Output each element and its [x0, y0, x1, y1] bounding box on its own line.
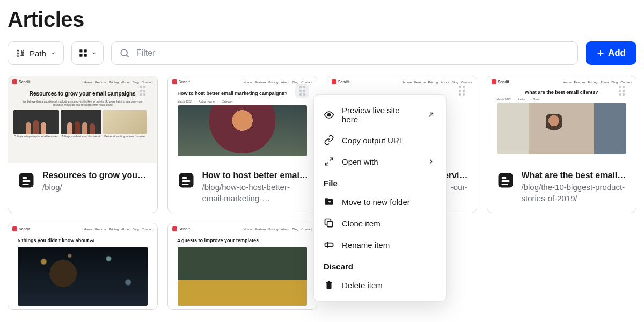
- card-thumbnail: Sendit HomeFeaturePricingAboutBlogContac…: [168, 223, 317, 309]
- menu-move-to-folder[interactable]: Move to new folder: [314, 191, 446, 213]
- svg-line-21: [429, 113, 433, 117]
- thumbnail-image: [178, 247, 308, 306]
- menu-rename-item[interactable]: Rename item: [314, 234, 446, 255]
- svg-rect-17: [501, 177, 506, 179]
- search-icon: [119, 48, 130, 58]
- svg-point-20: [328, 114, 331, 116]
- grid-icon: [78, 48, 88, 58]
- menu-copy-output-url[interactable]: Copy output URL: [314, 129, 446, 151]
- svg-rect-0: [79, 49, 82, 52]
- sort-az-icon: [16, 48, 25, 58]
- filter-input[interactable]: [136, 48, 570, 58]
- filter-field[interactable]: [111, 41, 578, 65]
- svg-rect-28: [328, 281, 331, 282]
- thumbnail-image: [497, 103, 627, 154]
- article-card[interactable]: Sendit HomeFeaturePricingAboutBlogContac…: [8, 76, 158, 213]
- chevron-down-icon: [50, 50, 56, 56]
- add-label: Add: [608, 48, 626, 58]
- menu-section-file: File: [314, 172, 446, 191]
- svg-rect-24: [327, 222, 333, 227]
- page-title: Articles: [8, 8, 636, 32]
- article-card[interactable]: Sendit HomeFeaturePricingAboutBlogContac…: [167, 76, 318, 213]
- svg-rect-2: [79, 54, 82, 57]
- svg-rect-18: [501, 180, 509, 182]
- thumbnail-image: [178, 105, 308, 156]
- plus-icon: [596, 49, 605, 57]
- thumbnail-image: [18, 247, 148, 306]
- document-icon: [496, 171, 515, 190]
- svg-rect-14: [182, 180, 190, 182]
- svg-rect-3: [84, 54, 86, 57]
- view-toggle[interactable]: [71, 41, 104, 65]
- svg-line-23: [325, 163, 328, 165]
- eye-icon: [324, 109, 334, 120]
- svg-point-4: [121, 49, 127, 56]
- clone-icon: [324, 218, 334, 229]
- context-menu: Preview live site here Copy output URL O…: [313, 94, 447, 302]
- svg-rect-27: [326, 282, 332, 283]
- svg-rect-9: [23, 177, 27, 179]
- rename-icon: [324, 239, 334, 250]
- drag-handle-icon[interactable]: [295, 84, 309, 98]
- menu-section-discard: Discard: [314, 255, 446, 274]
- card-thumbnail: Sendit HomeFeaturePricingAboutBlogContac…: [487, 76, 636, 163]
- menu-preview-live-site[interactable]: Preview live site here: [314, 100, 446, 129]
- card-path: /blog/how-to-host-better-email-marketing…: [202, 181, 309, 204]
- card-title: How to host better email…: [202, 171, 309, 180]
- svg-rect-10: [23, 180, 31, 182]
- menu-delete-item[interactable]: Delete item: [314, 274, 446, 296]
- sort-label: Path: [30, 49, 46, 58]
- svg-rect-13: [182, 177, 187, 179]
- card-path: /blog/the-10-biggest-product-stories-of-…: [522, 181, 628, 204]
- card-title: What are the best email …: [522, 171, 628, 180]
- chevron-down-icon: [91, 50, 97, 56]
- card-thumbnail: Sendit HomeFeaturePricingAboutBlogContac…: [8, 76, 157, 163]
- svg-line-5: [127, 55, 129, 57]
- toolbar: Path Add: [8, 41, 636, 65]
- chevron-right-icon: [426, 156, 436, 167]
- card-title: Resources to grow your e…: [42, 171, 149, 180]
- article-card[interactable]: Sendit HomeFeaturePricingAboutBlogContac…: [8, 223, 158, 310]
- svg-rect-11: [23, 184, 29, 185]
- svg-line-22: [330, 158, 333, 160]
- svg-rect-1: [84, 49, 86, 52]
- svg-rect-25: [325, 243, 333, 247]
- drag-handle-icon[interactable]: [136, 84, 150, 98]
- sort-dropdown[interactable]: Path: [8, 41, 64, 65]
- drag-handle-icon[interactable]: [614, 84, 628, 98]
- menu-clone-item[interactable]: Clone item: [314, 213, 446, 234]
- drag-handle-icon[interactable]: [455, 84, 469, 98]
- add-button[interactable]: Add: [586, 41, 636, 65]
- svg-rect-15: [182, 184, 188, 185]
- svg-rect-19: [501, 184, 508, 185]
- external-link-icon: [426, 109, 436, 120]
- link-icon: [324, 135, 334, 145]
- article-card[interactable]: Sendit HomeFeaturePricingAboutBlogContac…: [487, 76, 637, 213]
- document-icon: [17, 171, 36, 190]
- card-path: /blog/: [42, 181, 149, 193]
- article-card[interactable]: Sendit HomeFeaturePricingAboutBlogContac…: [167, 223, 318, 310]
- menu-open-with[interactable]: Open with: [314, 151, 446, 172]
- folder-move-icon: [324, 196, 334, 207]
- trash-icon: [324, 280, 334, 290]
- expand-icon: [324, 156, 334, 167]
- document-icon: [177, 171, 196, 190]
- card-thumbnail: Sendit HomeFeaturePricingAboutBlogContac…: [8, 223, 157, 309]
- card-thumbnail: Sendit HomeFeaturePricingAboutBlogContac…: [168, 76, 317, 163]
